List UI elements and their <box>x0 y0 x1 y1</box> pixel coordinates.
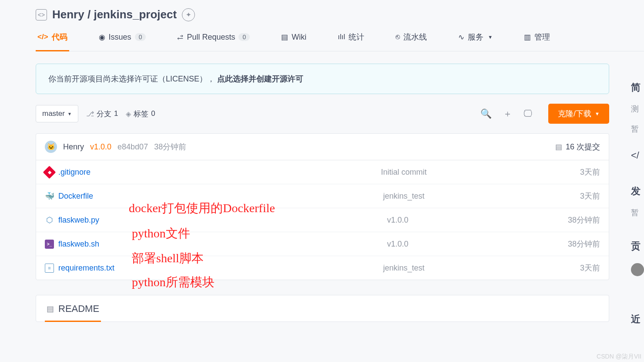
gitignore-icon: ◆ <box>43 166 56 179</box>
tag-icon: ◈ <box>126 110 131 118</box>
readme-panel: ▤ README <box>36 295 609 322</box>
shell-icon: >_ <box>45 240 54 249</box>
table-row: >_ flaskweb.sh v1.0.0 38分钟前 <box>36 232 609 256</box>
manage-icon: ▥ <box>524 33 531 42</box>
services-icon: ∿ <box>458 33 464 42</box>
table-row: ≡ requirements.txt jenkins_test 3天前 <box>36 256 609 280</box>
tool-icons: 🔍 ＋ 🖵 <box>480 108 533 120</box>
code-icon: </> <box>37 33 48 41</box>
branch-meta: ⎇ 分支 1 ◈ 标签 0 <box>86 109 155 119</box>
commits-link[interactable]: ▤ 16 次提交 <box>555 142 600 152</box>
table-row: 🐳 Dockerfile jenkins_test 3天前 <box>36 184 609 208</box>
repo-title: Henry / jenkins_project <box>52 8 177 21</box>
create-license-link[interactable]: 点此选择并创建开源许可 <box>217 74 303 83</box>
file-time: 3天前 <box>580 263 600 273</box>
repo-header: <> Henry / jenkins_project ✦ <box>36 8 644 21</box>
file-link[interactable]: .gitignore <box>58 168 91 177</box>
caret-down-icon: ▼ <box>488 34 493 40</box>
repo-icon: <> <box>36 9 47 20</box>
issues-icon: ◉ <box>99 33 105 42</box>
table-row: ⬡ flaskweb.py v1.0.0 38分钟前 <box>36 208 609 232</box>
watermark: CSDN @柒月VII <box>597 353 641 361</box>
file-link[interactable]: flaskweb.py <box>58 216 99 225</box>
tab-pulls[interactable]: ⥄ Pull Requests 0 <box>175 29 252 51</box>
tab-wiki[interactable]: ▤ Wiki <box>279 29 308 51</box>
file-time: 3天前 <box>580 191 600 201</box>
txt-icon: ≡ <box>45 264 54 273</box>
pulls-icon: ⥄ <box>177 33 183 42</box>
commits-icon: ▤ <box>555 142 562 152</box>
file-link[interactable]: requirements.txt <box>58 264 114 273</box>
license-notice: 你当前开源项目尚未选择许可证（LICENSE）， 点此选择并创建开源许可 <box>36 64 609 94</box>
tab-pipeline[interactable]: ⎋ 流水线 <box>394 29 429 51</box>
contributor-avatar[interactable] <box>631 263 644 276</box>
caret-down-icon: ▼ <box>595 111 600 116</box>
donate-icon[interactable]: ✦ <box>182 8 195 21</box>
docker-icon: 🐳 <box>45 192 54 201</box>
file-panel: 🐱 Henry v1.0.0 e84bd07 38分钟前 ▤ 16 次提交 ◆ … <box>36 133 609 280</box>
file-link[interactable]: Dockerfile <box>58 192 93 201</box>
repo-link[interactable]: jenkins_project <box>94 8 177 21</box>
commit-author[interactable]: Henry <box>63 142 84 152</box>
avatar[interactable]: 🐱 <box>45 141 57 153</box>
tab-code[interactable]: </> 代码 <box>36 29 69 51</box>
web-ide-icon[interactable]: 🖵 <box>523 108 533 119</box>
file-commit-msg[interactable]: jenkins_test <box>228 264 580 273</box>
file-time: 38分钟前 <box>568 239 600 249</box>
file-time: 3天前 <box>580 167 600 177</box>
python-icon: ⬡ <box>45 216 54 225</box>
latest-commit: 🐱 Henry v1.0.0 e84bd07 38分钟前 ▤ 16 次提交 <box>36 134 609 160</box>
tab-issues[interactable]: ◉ Issues 0 <box>97 29 148 51</box>
commit-hash[interactable]: e84bd07 <box>117 142 148 152</box>
branch-icon: ⎇ <box>86 110 94 118</box>
wiki-icon: ▤ <box>281 33 288 42</box>
file-link[interactable]: flaskweb.sh <box>58 240 99 249</box>
side-headers: 简 测 暂 </ 发 暂 贡 近 <box>631 81 644 335</box>
tab-services[interactable]: ∿ 服务 ▼ <box>456 29 494 51</box>
file-commit-msg[interactable]: v1.0.0 <box>228 216 568 225</box>
tab-stats[interactable]: ılıl 统计 <box>336 29 366 51</box>
owner-link[interactable]: Henry <box>52 8 84 21</box>
stats-icon: ılıl <box>338 33 345 41</box>
add-file-icon[interactable]: ＋ <box>503 108 512 120</box>
file-time: 38分钟前 <box>568 215 600 225</box>
branches-link[interactable]: ⎇ 分支 1 <box>86 109 118 119</box>
readme-tab[interactable]: ▤ README <box>45 295 101 322</box>
file-commit-msg[interactable]: Initial commit <box>228 168 580 177</box>
file-commit-msg[interactable]: v1.0.0 <box>228 240 568 249</box>
branch-select[interactable]: master ▼ <box>36 105 78 122</box>
tabs: </> 代码 ◉ Issues 0 ⥄ Pull Requests 0 ▤ Wi… <box>36 29 644 51</box>
pipeline-icon: ⎋ <box>396 33 400 41</box>
search-icon[interactable]: 🔍 <box>480 108 492 119</box>
file-commit-msg[interactable]: jenkins_test <box>228 192 580 201</box>
table-row: ◆ .gitignore Initial commit 3天前 <box>36 160 609 184</box>
tab-manage[interactable]: ▥ 管理 <box>522 29 552 51</box>
commit-time: 38分钟前 <box>154 142 186 152</box>
tags-link[interactable]: ◈ 标签 0 <box>126 109 155 119</box>
commit-version[interactable]: v1.0.0 <box>90 142 111 152</box>
caret-down-icon: ▼ <box>67 112 72 116</box>
toolbar: master ▼ ⎇ 分支 1 ◈ 标签 0 🔍 ＋ 🖵 克隆/下载 ▼ <box>36 104 609 124</box>
clone-download-button[interactable]: 克隆/下载 ▼ <box>548 104 609 124</box>
readme-icon: ▤ <box>47 304 54 314</box>
